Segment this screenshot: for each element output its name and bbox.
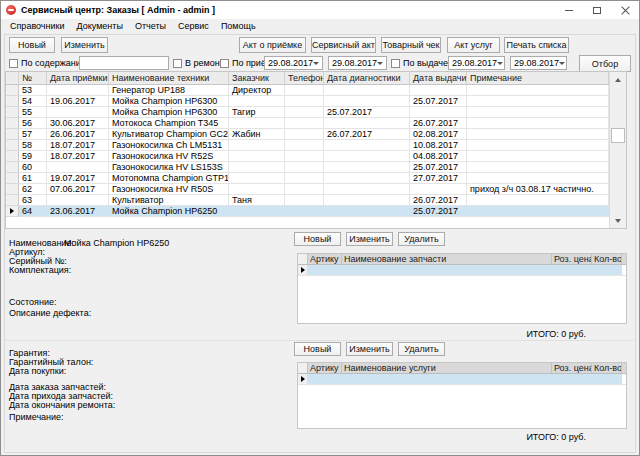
column-header[interactable]: Кол-во <box>592 254 622 265</box>
menu-item-1[interactable]: Справочники <box>4 19 71 34</box>
edit-order-button[interactable]: Изменить <box>61 37 108 53</box>
orders-header-row: №Дата приёмкиНаименование техникиЗаказчи… <box>6 72 609 85</box>
column-header[interactable]: Роз. цена <box>552 254 592 265</box>
table-row[interactable]: 6423.06.2017Мойка Champion HP625025.07.2… <box>6 206 609 217</box>
table-cell <box>467 162 609 173</box>
table-row[interactable]: 5726.06.2017Культиватор Champion GC243Жа… <box>6 129 609 140</box>
column-header[interactable]: Наименование услуги <box>342 363 552 374</box>
parts-new-button[interactable]: Новый <box>294 232 341 246</box>
menu-item-4[interactable]: Сервис <box>172 19 215 34</box>
parts-edit-button[interactable]: Изменить <box>346 232 393 246</box>
table-cell <box>552 265 592 276</box>
table-cell: 55 <box>19 107 47 118</box>
table-cell: Таня <box>229 195 285 206</box>
act-button-4[interactable]: Акт услуг <box>447 37 500 53</box>
services-delete-button[interactable]: Удалить <box>398 342 445 356</box>
column-header[interactable]: Артику <box>308 254 342 265</box>
table-cell: 54 <box>19 96 47 107</box>
issue-date-to-picker[interactable]: 29.08.2017 <box>510 56 567 70</box>
row-marker-cell <box>6 107 19 118</box>
act-button-3[interactable]: Товарный чек <box>381 37 441 53</box>
table-cell <box>285 85 324 96</box>
table-row[interactable]: 5419.06.2017Мойка Champion HP630025.07.2… <box>6 96 609 107</box>
table-row[interactable]: 5918.07.2017Газонокосилка HV R52S04.08.2… <box>6 151 609 162</box>
vertical-scrollbar[interactable] <box>609 72 626 228</box>
table-cell <box>552 374 592 385</box>
column-header[interactable]: Дата диагностики <box>324 72 410 85</box>
column-header[interactable]: Заказчик <box>229 72 285 85</box>
content-search-input[interactable] <box>79 56 169 70</box>
table-row[interactable]: 63КультиваторТаня26.07.2017 <box>6 195 609 206</box>
menu-item-3[interactable]: Отчеты <box>129 19 172 34</box>
table-cell <box>308 265 342 276</box>
filter-by-issue-label: По выдаче: <box>403 58 450 68</box>
services-selected-row[interactable] <box>298 374 626 385</box>
table-row[interactable]: 6207.06.2017Газонокосилка HV R50Sприход … <box>6 184 609 195</box>
table-cell <box>285 151 324 162</box>
table-cell: 23.06.2017 <box>47 206 109 217</box>
column-header[interactable]: Артику <box>308 363 342 374</box>
issue-date-from-value: 29.08.2017 <box>452 58 497 68</box>
scroll-up-button[interactable] <box>610 72 626 87</box>
services-new-button[interactable]: Новый <box>294 342 341 356</box>
column-header[interactable]: Роз. цена <box>552 363 592 374</box>
table-row[interactable]: 55Мойка Champion HP6300Тагир25.07.2017 <box>6 107 609 118</box>
table-cell: 18.07.2017 <box>47 151 109 162</box>
apply-filter-button[interactable]: Отбор <box>579 55 631 72</box>
scrollbar-thumb[interactable] <box>611 128 625 143</box>
table-row[interactable]: 5818.07.2017Газонокосилка Ch LM513110.08… <box>6 140 609 151</box>
minimize-button[interactable] <box>555 1 583 19</box>
table-cell: 10.08.2017 <box>410 140 467 151</box>
maximize-button[interactable] <box>583 1 611 19</box>
receipt-date-from-picker[interactable]: 29.08.2017 <box>264 56 323 70</box>
column-header[interactable]: Примечание <box>467 72 609 85</box>
column-header[interactable]: Дата приёмки <box>47 72 109 85</box>
column-header[interactable]: № <box>19 72 47 85</box>
table-row[interactable]: 53Генератор UP188Директор <box>6 85 609 96</box>
filter-by-content-checkbox[interactable]: По содержанию: <box>9 57 90 69</box>
close-button[interactable] <box>611 1 639 19</box>
table-cell <box>47 162 109 173</box>
table-cell: Мотопомпа Champion GTP101E <box>109 173 229 184</box>
table-cell <box>467 140 609 151</box>
table-cell: Тагир <box>229 107 285 118</box>
act-button-1[interactable]: Акт о приёмке <box>239 37 306 53</box>
table-cell: Мойка Champion HP6300 <box>109 107 229 118</box>
services-total: ИТОГО: 0 руб. <box>526 432 586 442</box>
filter-by-issue-checkbox[interactable]: По выдаче: <box>391 57 450 69</box>
table-cell <box>285 129 324 140</box>
act-button-2[interactable]: Сервисный акт <box>311 37 376 53</box>
table-cell: Мойка Champion HP6300 <box>109 96 229 107</box>
table-cell: 27.07.2017 <box>410 173 467 184</box>
menu-item-2[interactable]: Документы <box>71 19 129 34</box>
table-cell <box>324 96 410 107</box>
services-edit-button[interactable]: Изменить <box>346 342 393 356</box>
table-cell <box>229 140 285 151</box>
table-row[interactable]: 5630.06.2017Мотокоса Champion T34526.07.… <box>6 118 609 129</box>
parts-selected-row[interactable] <box>298 265 626 276</box>
table-row[interactable]: 6119.07.2017Мотопомпа Champion GTP101E27… <box>6 173 609 184</box>
name-value: Мойка Champion HP6250 <box>64 238 169 248</box>
scroll-down-button[interactable] <box>610 213 626 228</box>
parts-table-body: АртикуНаименование запчастиРоз. ценаКол-… <box>298 254 626 276</box>
table-cell: 61 <box>19 173 47 184</box>
column-header[interactable]: Телефон <box>285 72 324 85</box>
window-title: Сервисный центр: Заказы [ Admin - admin … <box>21 5 215 15</box>
column-header[interactable]: Кол-во <box>592 363 622 374</box>
table-cell <box>285 206 324 217</box>
column-header[interactable]: Наименование запчасти <box>342 254 552 265</box>
table-cell <box>324 162 410 173</box>
row-marker-cell <box>6 96 19 107</box>
issue-date-from-picker[interactable]: 29.08.2017 <box>448 56 505 70</box>
new-order-button[interactable]: Новый <box>9 37 55 53</box>
act-button-5[interactable]: Печать списка <box>504 37 569 53</box>
receipt-date-to-picker[interactable]: 29.08.2017 <box>328 56 387 70</box>
table-cell: Мотокоса Champion T345 <box>109 118 229 129</box>
table-cell <box>229 162 285 173</box>
column-header[interactable]: Наименование техники <box>109 72 229 85</box>
menu-item-5[interactable]: Помощь <box>215 19 262 34</box>
parts-delete-button[interactable]: Удалить <box>398 232 445 246</box>
table-row[interactable]: 60Газонокосилка HV LS153S25.07.2017 <box>6 162 609 173</box>
chevron-down-icon <box>559 62 565 65</box>
column-header[interactable]: Дата выдачи <box>410 72 467 85</box>
